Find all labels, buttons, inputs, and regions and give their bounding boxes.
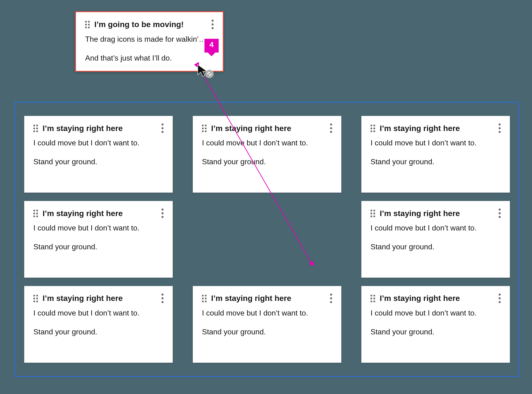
- card-body-line1: I could move but I don’t want to.: [202, 139, 332, 148]
- card-body-line1: The drag icons is made for walkin’…: [85, 35, 214, 44]
- card-title: I’m staying right here: [42, 209, 153, 218]
- overflow-menu-icon[interactable]: [211, 20, 214, 29]
- card-body-line2: Stand your ground.: [370, 328, 501, 337]
- static-card[interactable]: I’m staying right hereI could move but I…: [361, 201, 510, 278]
- drag-handle-icon[interactable]: [33, 124, 38, 132]
- static-card[interactable]: I’m staying right hereI could move but I…: [361, 286, 510, 363]
- card-grid: I’m staying right hereI could move but I…: [24, 116, 510, 363]
- card-title: I’m going to be moving!: [94, 20, 204, 29]
- card-header: I’m staying right here: [202, 294, 332, 303]
- card-title: I’m staying right here: [380, 294, 491, 303]
- drag-handle-icon[interactable]: [370, 295, 375, 302]
- overflow-menu-icon[interactable]: [161, 294, 164, 303]
- card-body-line2: And that’s just what I’ll do.: [85, 54, 214, 62]
- card-header: I’m staying right here: [202, 124, 332, 133]
- card-header: I’m staying right here: [33, 124, 164, 133]
- card-body-line2: Stand your ground.: [202, 158, 332, 166]
- card-header: I’m staying right here: [370, 124, 501, 133]
- card-body-line1: I could move but I don’t want to.: [33, 224, 164, 233]
- overflow-menu-icon[interactable]: [498, 208, 501, 218]
- card-body-line2: Stand your ground.: [370, 243, 501, 251]
- drag-handle-icon[interactable]: [33, 209, 38, 217]
- card-header: I’m staying right here: [370, 208, 501, 218]
- drag-handle-icon[interactable]: [33, 295, 38, 302]
- overflow-menu-icon[interactable]: [498, 294, 501, 303]
- overflow-menu-icon[interactable]: [161, 208, 164, 218]
- card-title: I’m staying right here: [380, 124, 491, 133]
- card-body-line2: Stand your ground.: [33, 158, 164, 166]
- card-header: I’m going to be moving!: [85, 20, 214, 29]
- drag-handle-icon[interactable]: [370, 124, 375, 132]
- card-body-line1: I could move but I don’t want to.: [33, 309, 164, 318]
- static-card[interactable]: I’m staying right hereI could move but I…: [24, 116, 173, 193]
- static-card[interactable]: I’m staying right hereI could move but I…: [24, 286, 173, 363]
- empty-slot[interactable]: [193, 201, 341, 278]
- card-header: I’m staying right here: [33, 208, 164, 218]
- overflow-menu-icon[interactable]: [330, 294, 332, 303]
- drag-handle-icon[interactable]: [85, 21, 90, 28]
- annotation-badge: 4: [205, 39, 219, 52]
- static-card[interactable]: I’m staying right hereI could move but I…: [193, 116, 341, 193]
- card-header: I’m staying right here: [370, 294, 501, 303]
- card-title: I’m staying right here: [380, 209, 491, 218]
- card-body-line2: Stand your ground.: [33, 328, 164, 337]
- card-title: I’m staying right here: [211, 124, 322, 133]
- card-body-line1: I could move but I don’t want to.: [370, 309, 501, 318]
- card-body-line2: Stand your ground.: [33, 243, 164, 251]
- card-header: I’m staying right here: [33, 294, 164, 303]
- card-title: I’m staying right here: [42, 124, 153, 133]
- drag-handle-icon[interactable]: [202, 295, 207, 302]
- drag-handle-icon[interactable]: [370, 209, 375, 217]
- overflow-menu-icon[interactable]: [330, 124, 332, 133]
- no-drop-cursor-icon: [196, 64, 215, 79]
- card-body-line2: Stand your ground.: [370, 158, 501, 166]
- card-body-line2: Stand your ground.: [202, 328, 332, 337]
- annotation-label: 4: [209, 41, 214, 49]
- card-body-line1: I could move but I don’t want to.: [370, 139, 501, 148]
- drag-handle-icon[interactable]: [202, 124, 207, 132]
- overflow-menu-icon[interactable]: [161, 124, 164, 133]
- card-title: I’m staying right here: [42, 294, 153, 303]
- overflow-menu-icon[interactable]: [498, 124, 501, 133]
- static-card[interactable]: I’m staying right hereI could move but I…: [193, 286, 341, 363]
- floating-card[interactable]: I’m going to be moving! The drag icons i…: [75, 11, 224, 72]
- static-card[interactable]: I’m staying right hereI could move but I…: [361, 116, 510, 193]
- card-body-line1: I could move but I don’t want to.: [370, 224, 501, 233]
- stage: I’m staying right hereI could move but I…: [0, 0, 532, 394]
- static-card[interactable]: I’m staying right hereI could move but I…: [24, 201, 173, 278]
- card-body-line1: I could move but I don’t want to.: [202, 309, 332, 318]
- card-body-line1: I could move but I don’t want to.: [33, 139, 164, 148]
- card-title: I’m staying right here: [211, 294, 322, 303]
